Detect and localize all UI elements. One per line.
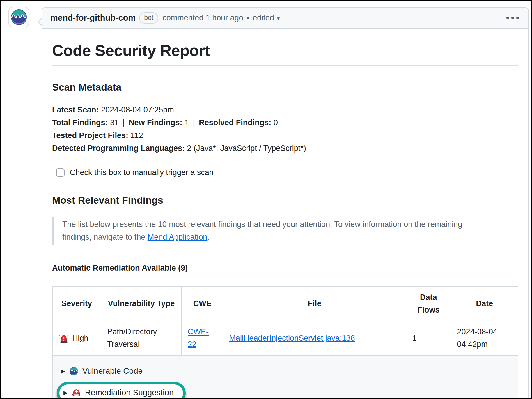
mend-application-link[interactable]: Mend Application [148, 233, 208, 241]
mend-logo-icon [69, 367, 78, 376]
kebab-menu-icon[interactable] [505, 14, 520, 22]
severity-value: High [72, 332, 88, 345]
rescue-helmet-icon [72, 388, 81, 397]
latest-scan-label: Latest Scan: [52, 105, 99, 114]
total-findings-label: Total Findings: [52, 118, 108, 127]
col-header-data-flows: Data Flows [406, 287, 451, 321]
finding-row: High Path/Directory Traversal CWE-22 Mai… [52, 321, 518, 355]
github-comment-screenshot: mend-for-github-com bot commented 1 hour… [0, 0, 532, 399]
dot-separator: • [247, 14, 249, 22]
expand-triangle-icon: ▶ [61, 366, 65, 376]
col-header-severity: Severity [52, 287, 101, 321]
findings-note: The list below presents the 10 most rele… [52, 217, 486, 245]
findings-note-period: . [207, 233, 210, 241]
report-title: Code Security Report [52, 41, 518, 66]
siren-icon [58, 333, 69, 344]
col-header-date: Date [451, 287, 518, 321]
col-header-file: File [223, 287, 406, 321]
findings-counts-line: Total Findings: 31 | New Findings: 1 | R… [52, 116, 518, 129]
scan-metadata-heading: Scan Metadata [52, 79, 518, 95]
new-findings-value: 1 [185, 118, 189, 127]
languages-label: Detected Programming Languages: [52, 144, 185, 153]
trigger-scan-label: Check this box to manually trigger a sca… [70, 166, 214, 179]
comment-timestamp: commented 1 hour ago [162, 13, 243, 22]
vulnerable-code-details: ▶ Vulnerable Code [61, 364, 510, 378]
avatar[interactable] [8, 7, 29, 27]
total-findings-value: 31 [110, 118, 119, 127]
languages-line: Detected Programming Languages: 2 (Java*… [52, 142, 518, 155]
tested-files-line: Tested Project Files: 112 [52, 129, 518, 142]
comment-card: mend-for-github-com bot commented 1 hour… [42, 7, 529, 399]
latest-scan-line: Latest Scan: 2024-08-04 07:25pm [52, 103, 518, 116]
chevron-down-icon[interactable]: ▾ [277, 14, 280, 22]
col-header-vulnerability-type: Vulnerability Type [101, 287, 182, 321]
bot-badge: bot [139, 12, 158, 24]
remediation-suggestion-details: ▶ Remediation Suggestion [61, 384, 510, 399]
finding-details-row: ▶ Vulnerable Code ▶ [52, 355, 518, 399]
languages-value: 2 (Java*, JavaScript / TypeScript*) [187, 144, 306, 153]
tested-files-value: 112 [131, 131, 143, 140]
vulnerable-code-summary[interactable]: ▶ Vulnerable Code [61, 364, 510, 378]
tested-files-label: Tested Project Files: [52, 131, 128, 140]
trigger-scan-task-item: Check this box to manually trigger a sca… [52, 166, 518, 179]
auto-remediation-label: Automatic Remediation Available (9) [52, 262, 518, 275]
data-flows-cell: 1 [406, 321, 451, 355]
mend-logo-icon [10, 9, 27, 26]
teal-highlight-annotation: ▶ Remediation Suggestion [57, 382, 186, 399]
remediation-suggestion-summary[interactable]: ▶ Remediation Suggestion [61, 384, 510, 399]
vulnerability-type-cell: Path/Directory Traversal [101, 321, 182, 355]
resolved-findings-value: 0 [274, 118, 278, 127]
table-header-row: Severity Vulnerability Type CWE File Dat… [52, 287, 518, 321]
file-link[interactable]: MailHeaderInjectionServlet.java:138 [229, 334, 355, 342]
comment-body: Code Security Report Scan Metadata Lates… [42, 29, 528, 399]
new-findings-label: New Findings: [129, 118, 182, 127]
comment-header: mend-for-github-com bot commented 1 hour… [42, 8, 528, 29]
findings-table: Severity Vulnerability Type CWE File Dat… [52, 286, 518, 399]
author-login[interactable]: mend-for-github-com [50, 13, 136, 23]
trigger-scan-checkbox[interactable] [56, 168, 65, 177]
pipe-separator: | [121, 118, 127, 127]
pipe-separator: | [191, 118, 197, 127]
col-header-cwe: CWE [182, 287, 223, 321]
severity-cell: High [58, 332, 95, 345]
date-cell: 2024-08-04 04:42pm [451, 321, 518, 355]
edited-label[interactable]: edited [253, 13, 274, 22]
remediation-suggestion-label: Remediation Suggestion [85, 386, 174, 399]
most-relevant-findings-heading: Most Relevant Findings [52, 192, 518, 208]
vulnerable-code-label: Vulnerable Code [82, 365, 143, 378]
findings-note-text: The list below presents the 10 most rele… [62, 220, 462, 241]
cwe-link[interactable]: CWE-22 [188, 326, 210, 351]
expand-triangle-icon: ▶ [63, 388, 68, 397]
resolved-findings-label: Resolved Findings: [199, 118, 271, 127]
latest-scan-value: 2024-08-04 07:25pm [101, 105, 174, 114]
